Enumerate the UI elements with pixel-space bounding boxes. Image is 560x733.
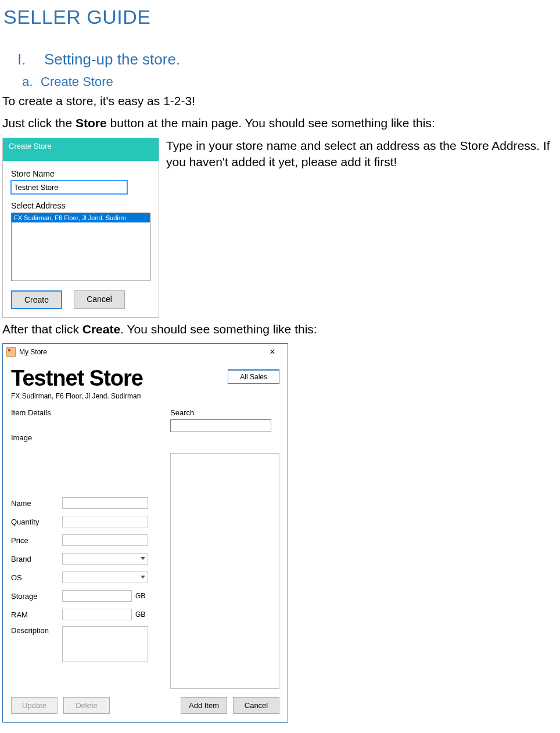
store-name-label: Store Name [11, 169, 150, 178]
storage-label: Storage [11, 592, 62, 601]
cancel-button[interactable]: Cancel [74, 290, 125, 309]
price-input[interactable] [62, 534, 148, 546]
add-item-button[interactable]: Add Item [181, 697, 227, 714]
ram-label: RAM [11, 610, 62, 619]
delete-button: Delete [63, 697, 110, 714]
item-details-label: Item Details [11, 408, 161, 417]
brand-label: Brand [11, 555, 62, 563]
storage-unit: GB [135, 592, 145, 600]
paragraph-2: Just click the Store button at the main … [2, 115, 560, 131]
create-store-dialog: Create Store Store Name Select Address F… [2, 138, 159, 318]
select-address-label: Select Address [11, 201, 150, 210]
quantity-label: Quantity [11, 518, 62, 526]
paragraph-1: To create a store, it's easy as 1-2-3! [2, 93, 560, 109]
side-paragraph: Type in your store name and select an ad… [166, 138, 560, 171]
p3-a: After that click [2, 322, 82, 336]
ram-unit: GB [135, 610, 145, 619]
quantity-input[interactable] [62, 516, 148, 527]
p2-c: button at the main page. You should see … [107, 116, 435, 130]
window-title: My Store [19, 348, 261, 356]
window-app-icon [6, 347, 16, 357]
my-store-window: My Store × Testnet Store FX Sudirman, F6… [2, 343, 288, 723]
update-button: Update [11, 697, 58, 714]
os-combobox[interactable] [62, 572, 148, 583]
items-listbox[interactable] [170, 453, 279, 689]
all-sales-button[interactable]: All Sales [228, 369, 279, 384]
p2-b-strong: Store [76, 116, 107, 130]
address-list-item[interactable]: FX Sudirman, F6 Floor, Jl Jend. Sudirm [12, 213, 150, 222]
p3-b-strong: Create [82, 322, 120, 336]
section-heading: I.Setting-up the store. [2, 51, 560, 69]
window-titlebar: My Store × [3, 344, 288, 360]
store-name-input[interactable] [11, 181, 127, 194]
description-label: Description [11, 626, 62, 635]
section-title: Setting-up the store. [44, 51, 180, 68]
search-input[interactable] [170, 419, 271, 432]
brand-combobox[interactable] [62, 553, 148, 565]
storage-input[interactable] [62, 590, 132, 602]
paragraph-3: After that click Create. You should see … [2, 321, 560, 337]
description-textarea[interactable] [62, 626, 148, 662]
cancel-button-store[interactable]: Cancel [233, 697, 279, 714]
address-listbox[interactable]: FX Sudirman, F6 Floor, Jl Jend. Sudirm [11, 213, 150, 281]
p3-c: . You should see something like this: [120, 322, 317, 336]
close-icon[interactable]: × [261, 347, 284, 357]
name-label: Name [11, 499, 62, 508]
price-label: Price [11, 536, 62, 545]
doc-title: SELLER GUIDE [2, 6, 560, 28]
ram-input[interactable] [62, 609, 132, 620]
name-input[interactable] [62, 497, 148, 509]
os-label: OS [11, 573, 62, 582]
search-label: Search [170, 408, 279, 417]
store-address-text: FX Sudirman, F6 Floor, Jl Jend. Sudirman [11, 392, 228, 400]
create-button[interactable]: Create [11, 290, 62, 309]
store-name-heading: Testnet Store [11, 366, 228, 391]
subsection-title: Create Store [41, 74, 113, 89]
image-label: Image [11, 433, 161, 442]
subsection-heading: a.Create Store [2, 74, 560, 89]
dialog-title: Create Store [3, 138, 159, 161]
section-number: I. [17, 51, 44, 69]
p2-a: Just click the [2, 116, 76, 130]
subsection-number: a. [22, 74, 41, 89]
